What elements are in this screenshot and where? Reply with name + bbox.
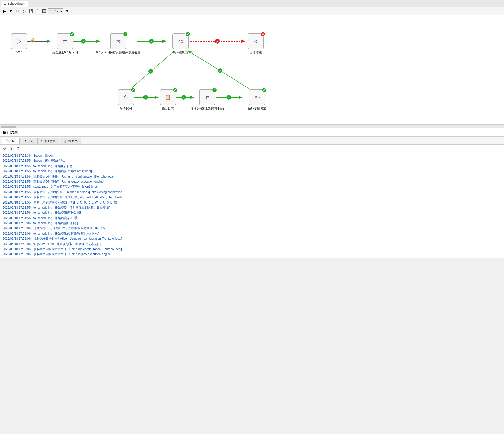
save-as-button[interactable]: 📋: [35, 8, 40, 14]
log-delete-btn[interactable]: 🗑: [9, 146, 14, 151]
save-button[interactable]: 💾: [28, 8, 34, 14]
separator: ▼: [8, 8, 14, 14]
node-loop-var-label: 循环变量累加: [248, 106, 266, 111]
log-line: 2022/05/18 17:52:06 - 读取data转换成文本文件 - Us…: [3, 247, 501, 252]
tab-bar: to_scheduling ×: [0, 0, 504, 7]
svg-text:✓: ✓: [150, 40, 153, 43]
log-line: 2022/05/18 17:51:55 - to_scheduling - 开始…: [3, 205, 501, 210]
node-loop-end-label: 循环结束: [250, 50, 262, 55]
sub-tabs-bar: 📄 日志 ⏱ 历史 ≡ 作业度量 📊 Metrics: [0, 137, 504, 145]
node-start[interactable]: ▷ Start: [8, 33, 31, 54]
svg-point-14: [143, 95, 148, 100]
tab-close-button[interactable]: ×: [24, 2, 26, 5]
tab-metrics-job[interactable]: ≡ 作业度量: [37, 138, 59, 144]
stop-button[interactable]: □: [15, 8, 20, 14]
log-line: 2022/05/18 17:52:06 - step2hive_load - 开…: [3, 241, 501, 247]
node-save6months-label: 6个月时间保存到数组并设置变量: [96, 50, 141, 55]
canvas-area: ✓ ✓ ✗ ✓ ✓ ✓ ✓ ✓ ▷ Start: [0, 15, 504, 125]
log-line: 2022/05/18 17:51:55 - 获取最近6个月时间.0 - 完成处理…: [3, 195, 501, 200]
log-line: 2022/05/18 17:52:06 - to_scheduling - 开始…: [3, 231, 501, 236]
svg-point-23: [218, 68, 222, 73]
svg-point-2: [81, 39, 86, 44]
svg-text:✓: ✓: [227, 96, 230, 99]
tab-metrics-job-icon: ≡: [41, 139, 42, 143]
log-line: 2022/05/18 17:51:56 - to_scheduling - 开始…: [3, 210, 501, 215]
node-get6months-label: 获取最近6个月时间: [52, 50, 78, 55]
node-fetch-remote[interactable]: ⇄ ✓ 抽取远端数据到本地Hive: [193, 89, 221, 111]
node-loop-end[interactable]: ⊙ ✗ 循环结束: [244, 33, 267, 55]
svg-point-5: [149, 39, 154, 44]
node-get6months[interactable]: ⇄ ✓ 获取最近6个月时间: [51, 33, 79, 55]
results-section: 执行结果 📄 日志 ⏱ 历史 ≡ 作业度量 📊 Metrics ⊖ 🗑 ⚙ 20…: [0, 128, 504, 258]
svg-point-20: [226, 95, 231, 100]
tab-label: to_scheduling: [4, 2, 23, 5]
step-button[interactable]: ▷: [21, 8, 27, 14]
svg-text:✓: ✓: [82, 40, 85, 43]
log-toolbar: ⊖ 🗑 ⚙: [0, 145, 504, 152]
node-save6months[interactable]: JS▷ ✓ 6个月时间保存到数组并设置变量: [102, 33, 135, 55]
svg-point-8: [215, 39, 220, 44]
svg-point-11: [148, 69, 153, 74]
svg-point-17: [181, 95, 186, 100]
tab-metrics-label: Metrics: [68, 139, 78, 143]
log-line: 2022/05/18 17:51:55 - step1times - 为了转换解…: [3, 184, 501, 189]
tab-metrics-job-label: 作业度量: [44, 139, 56, 143]
tab-history[interactable]: ⏱ 历史: [20, 138, 37, 144]
svg-line-22: [188, 51, 252, 90]
log-line: 2022/05/18 17:51:55 - 获取最近6个月时间 - Using …: [3, 174, 501, 179]
log-line: 2022/05/18 17:51:55 - to_scheduling - 开始…: [3, 169, 501, 174]
tab-history-label: 历史: [27, 139, 34, 143]
log-line: 2022/05/18 17:52:06 - 抽取远端数据到本地Hive - Us…: [3, 236, 501, 241]
log-line: 2022/05/18 17:51:55 - to_scheduling - 开始…: [3, 164, 501, 169]
node-wait10s[interactable]: ⏱ ✓ 等待10秒: [114, 89, 137, 111]
log-clear-btn[interactable]: ⊖: [2, 146, 7, 151]
preview-button[interactable]: 🔲: [41, 8, 47, 14]
svg-text:✓: ✓: [144, 96, 147, 99]
svg-line-10: [127, 51, 174, 92]
tab-metrics[interactable]: 📊 Metrics: [60, 138, 81, 144]
zoom-dropdown-btn[interactable]: ▼: [64, 8, 70, 14]
node-loop-var[interactable]: JS▷ ✓ 循环变量累加: [244, 89, 270, 111]
log-line: 2022/05/18 17:51:56 - to_scheduling - 开始…: [3, 215, 501, 221]
tab-to-scheduling[interactable]: to_scheduling ×: [1, 1, 28, 7]
tab-log[interactable]: 📄 日志: [2, 138, 20, 144]
svg-text:✓: ✓: [149, 70, 152, 73]
zoom-select[interactable]: 50% 75% 100% 125% 150% 200%: [48, 8, 63, 14]
log-content[interactable]: 2022/05/18 17:51:36 - Spoon - Spoon2022/…: [0, 152, 504, 258]
svg-text:✗: ✗: [216, 40, 219, 43]
run-button[interactable]: ▶: [2, 8, 7, 14]
tab-metrics-icon: 📊: [63, 139, 67, 143]
node-wait10s-label: 等待10秒: [120, 106, 132, 111]
main-toolbar: ▶ ▼ □ ▷ 💾 📋 🔲 50% 75% 100% 125% 150% 200…: [0, 7, 504, 15]
log-line: 2022/05/18 17:52:06 - 进度跟踪 - ---开始第0次，处理…: [3, 226, 501, 231]
log-line: 2022/05/18 17:52:06 - 读取data转换成文本文件 - Us…: [3, 252, 501, 257]
log-line: 2022/05/18 17:52:06 - to_scheduling - 开始…: [3, 221, 501, 226]
tab-log-icon: 📄: [5, 139, 9, 143]
log-line: 2022/05/18 17:51:55 - 获取最近6个月时间.0 - Fini…: [3, 189, 501, 195]
node-loop-ctrl[interactable]: ✓⊙ ✓ 循环控制器: [168, 33, 193, 55]
svg-text:✓: ✓: [219, 69, 221, 73]
log-line: 2022/05/18 17:51:36 - Spoon - Spoon: [3, 153, 501, 158]
node-loop-ctrl-label: 循环控制器: [173, 50, 188, 55]
node-output-log-label: 输出日志: [162, 106, 174, 111]
log-line: 2022/05/18 17:51:55 - 获取最近6个月时间 - Using …: [3, 179, 501, 184]
tab-log-label: 日志: [10, 139, 16, 143]
log-settings-btn[interactable]: ⚙: [15, 146, 20, 151]
log-line: 2022/05/18 17:51:55 - 复制记录到结果.0 - 完成处理 (…: [3, 200, 501, 205]
results-title: 执行结果: [0, 128, 504, 137]
node-fetch-remote-label: 抽取远端数据到本地Hive: [191, 106, 224, 111]
node-start-label: Start: [16, 50, 22, 54]
canvas-scrollbar[interactable]: [0, 125, 504, 128]
node-output-log[interactable]: 📋 ✓ 输出日志: [158, 89, 178, 111]
lock-icon: 🔒: [30, 38, 35, 43]
log-line: 2022/05/18 17:51:55 - Spoon - 正在开始任务...: [3, 158, 501, 163]
tab-history-icon: ⏱: [23, 139, 26, 143]
svg-text:✓: ✓: [182, 96, 185, 99]
